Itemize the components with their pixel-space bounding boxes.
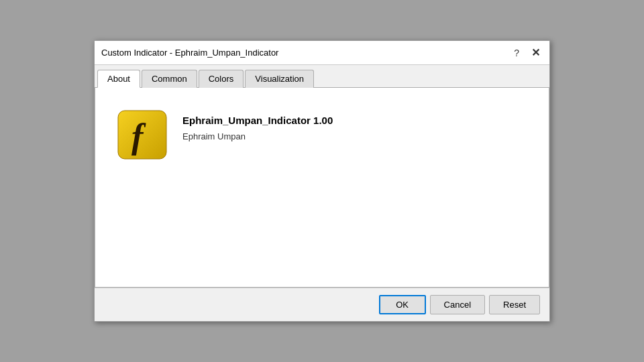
tab-content: f Ephraim_Umpan_Indicator 1.00 Ephraim U… [95,88,549,288]
indicator-info: Ephraim_Umpan_Indicator 1.00 Ephraim Ump… [182,108,333,141]
tab-visualization[interactable]: Visualization [245,70,314,88]
tab-colors[interactable]: Colors [199,70,244,88]
tab-bar: About Common Colors Visualization [95,65,549,88]
indicator-icon: f [115,108,169,162]
tab-common[interactable]: Common [142,70,197,88]
tab-about[interactable]: About [97,70,140,88]
dialog-title: Custom Indicator - Ephraim_Umpan_Indicat… [101,48,278,58]
title-bar: Custom Indicator - Ephraim_Umpan_Indicat… [95,41,549,65]
ok-button[interactable]: OK [379,295,426,314]
indicator-author: Ephraim Umpan [182,131,333,141]
cancel-button[interactable]: Cancel [430,295,485,314]
indicator-name: Ephraim_Umpan_Indicator 1.00 [182,115,333,126]
about-content: f Ephraim_Umpan_Indicator 1.00 Ephraim U… [109,101,535,168]
title-bar-controls: ? ✕ [511,46,543,59]
close-button[interactable]: ✕ [529,46,543,59]
reset-button[interactable]: Reset [489,295,540,314]
help-button[interactable]: ? [511,48,522,58]
button-bar: OK Cancel Reset [95,288,549,321]
dialog: Custom Indicator - Ephraim_Umpan_Indicat… [94,40,550,322]
